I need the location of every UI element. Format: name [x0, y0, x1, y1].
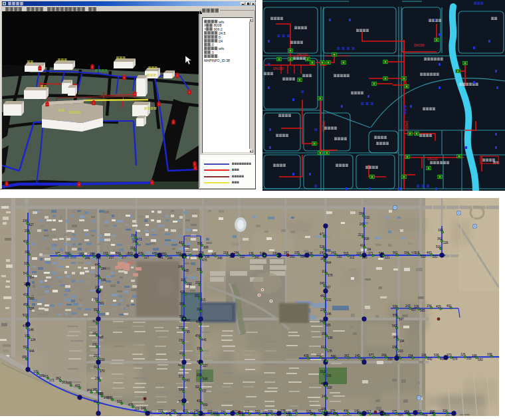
svg-text:569: 569 — [398, 414, 403, 416]
svg-text:343: 343 — [185, 379, 190, 382]
svg-text:535: 535 — [203, 377, 208, 381]
svg-text:232: 232 — [326, 298, 332, 302]
svg-text:192: 192 — [337, 255, 342, 259]
svg-text:130: 130 — [272, 252, 278, 255]
svg-text:292: 292 — [187, 282, 192, 286]
svg-text:333: 333 — [466, 357, 472, 360]
svg-text:597: 597 — [399, 318, 404, 321]
svg-text:398: 398 — [327, 411, 332, 415]
svg-text:482: 482 — [196, 255, 201, 258]
svg-text:191: 191 — [333, 412, 338, 415]
svg-text:512: 512 — [321, 346, 326, 349]
svg-text:148: 148 — [381, 412, 386, 415]
svg-text:564: 564 — [423, 414, 428, 416]
svg-text:339: 339 — [327, 386, 332, 389]
svg-text:377: 377 — [122, 256, 127, 259]
svg-text:112: 112 — [322, 270, 327, 273]
svg-text:132: 132 — [262, 411, 268, 415]
svg-text:133: 133 — [103, 252, 108, 255]
svg-text:410: 410 — [183, 409, 188, 413]
svg-text:458: 458 — [23, 303, 29, 306]
svg-text:194: 194 — [366, 248, 371, 251]
svg-text:173: 173 — [49, 379, 54, 382]
svg-text:168: 168 — [274, 414, 279, 416]
svg-text:297: 297 — [94, 354, 99, 358]
svg-text:304: 304 — [29, 276, 35, 279]
svg-text:145: 145 — [96, 257, 101, 260]
svg-text:133: 133 — [326, 374, 332, 377]
svg-text:100: 100 — [25, 334, 30, 338]
svg-text:464: 464 — [440, 358, 445, 361]
svg-text:226: 226 — [443, 241, 449, 245]
svg-text:326: 326 — [268, 410, 273, 413]
svg-text:269: 269 — [359, 223, 365, 226]
svg-text:145: 145 — [355, 354, 360, 358]
svg-text:456: 456 — [326, 249, 331, 253]
svg-text:473: 473 — [137, 238, 142, 241]
svg-text:243: 243 — [320, 251, 325, 255]
svg-text:251: 251 — [322, 358, 327, 361]
svg-text:545: 545 — [260, 252, 265, 255]
svg-text:222: 222 — [240, 255, 245, 259]
svg-text:266: 266 — [361, 358, 366, 362]
svg-text:147: 147 — [211, 253, 217, 256]
svg-text:439: 439 — [304, 354, 309, 358]
svg-text:516: 516 — [436, 245, 441, 249]
svg-text:583: 583 — [478, 358, 483, 362]
svg-text:346: 346 — [85, 257, 90, 260]
svg-text:232: 232 — [92, 343, 98, 346]
svg-text:571: 571 — [179, 375, 184, 378]
svg-text:334: 334 — [404, 251, 409, 255]
svg-text:296: 296 — [167, 257, 173, 260]
svg-text:222: 222 — [24, 282, 29, 286]
svg-text:528: 528 — [320, 245, 325, 249]
svg-text:427: 427 — [29, 223, 34, 227]
svg-text:597: 597 — [197, 242, 203, 245]
svg-text:362: 362 — [56, 377, 61, 380]
svg-text:419: 419 — [178, 364, 183, 367]
svg-text:353: 353 — [197, 268, 202, 271]
svg-text:DN200: DN200 — [322, 121, 326, 132]
svg-text:261: 261 — [290, 255, 295, 259]
svg-text:404: 404 — [87, 389, 92, 392]
svg-text:157: 157 — [292, 415, 297, 416]
svg-text:203: 203 — [398, 350, 403, 353]
svg-text:362: 362 — [437, 237, 443, 241]
svg-text:200: 200 — [197, 373, 202, 377]
svg-text:210: 210 — [195, 281, 201, 284]
svg-text:338: 338 — [392, 346, 397, 349]
svg-text:582: 582 — [392, 324, 397, 328]
svg-text:367: 367 — [326, 286, 331, 289]
svg-text:559: 559 — [179, 326, 184, 330]
svg-text:395: 395 — [22, 356, 27, 359]
svg-text:245: 245 — [166, 412, 171, 415]
svg-text:284: 284 — [101, 267, 106, 270]
svg-text:562: 562 — [393, 251, 398, 255]
svg-text:431: 431 — [23, 324, 28, 328]
svg-text:481: 481 — [179, 241, 184, 245]
svg-text:DN150: DN150 — [414, 43, 425, 47]
svg-text:194: 194 — [399, 340, 405, 343]
svg-text:392: 392 — [25, 251, 30, 254]
svg-text:494: 494 — [344, 409, 349, 413]
svg-text:482: 482 — [320, 294, 326, 298]
svg-text:171: 171 — [368, 252, 373, 255]
svg-text:311: 311 — [92, 320, 98, 323]
svg-text:237: 237 — [109, 256, 114, 259]
svg-text:121: 121 — [385, 256, 390, 259]
svg-text:189: 189 — [320, 257, 326, 261]
svg-text:118: 118 — [415, 251, 420, 255]
svg-text:192: 192 — [79, 253, 84, 256]
svg-text:336: 336 — [23, 219, 28, 223]
svg-text:143: 143 — [405, 304, 411, 308]
svg-text:402: 402 — [23, 240, 29, 243]
svg-text:569: 569 — [66, 381, 72, 385]
svg-text:DN200: DN200 — [405, 121, 409, 132]
svg-text:202: 202 — [433, 255, 438, 259]
svg-text:313: 313 — [94, 366, 99, 369]
svg-text:109: 109 — [33, 370, 39, 373]
svg-text:204: 204 — [25, 229, 30, 233]
svg-text:332: 332 — [197, 308, 202, 311]
svg-text:356: 356 — [322, 332, 327, 336]
svg-text:DN200: DN200 — [427, 157, 438, 161]
